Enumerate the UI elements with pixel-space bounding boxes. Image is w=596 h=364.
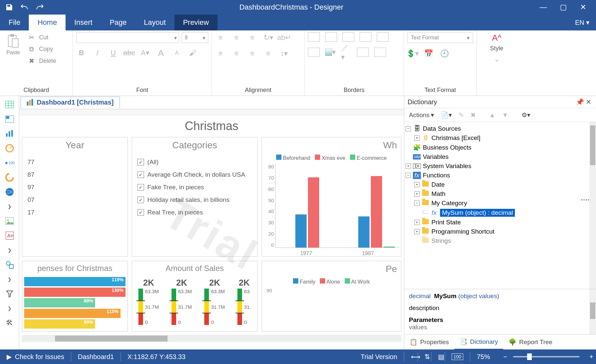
collapse-icon[interactable]: −: [406, 126, 411, 131]
rail-indicator-icon[interactable]: ★100: [3, 156, 16, 169]
font-size-dropdown[interactable]: 8▾: [182, 32, 208, 43]
move-up-button[interactable]: ▲: [487, 111, 497, 120]
year-row[interactable]: 87: [27, 168, 122, 181]
rail-shapes-icon[interactable]: [3, 258, 16, 271]
year-row[interactable]: 77: [27, 156, 122, 168]
align-center-button[interactable]: ≡: [231, 48, 242, 59]
style-icon[interactable]: Aᴬ: [491, 32, 502, 43]
border-preset2-button[interactable]: [374, 48, 386, 57]
move-down-button[interactable]: ▼: [500, 111, 510, 120]
collapse-icon[interactable]: −: [414, 201, 420, 206]
rail-expand-3[interactable]: ❯: [3, 273, 16, 286]
checkbox-icon[interactable]: ✓: [137, 171, 144, 178]
rail-progress-icon[interactable]: [3, 171, 16, 184]
category-row[interactable]: ✓Real Tree, in pieces: [137, 206, 252, 219]
border-outside-button[interactable]: [342, 32, 354, 42]
border-preset-button[interactable]: [357, 48, 369, 57]
shrink-font-button[interactable]: A: [172, 48, 182, 58]
fit-width-icon[interactable]: ⟷: [404, 349, 418, 364]
rail-expand-1[interactable]: ❯: [3, 200, 16, 213]
style-expand-button[interactable]: ⌄: [491, 54, 502, 65]
currency-button[interactable]: 💲▾: [407, 48, 418, 59]
zoom-in-button[interactable]: +: [583, 349, 596, 364]
menu-file[interactable]: File: [0, 15, 29, 30]
underline-button[interactable]: U: [108, 48, 119, 58]
close-button[interactable]: ✕: [578, 2, 588, 12]
align-left-button[interactable]: ≡: [215, 48, 226, 59]
zoom-slider[interactable]: [513, 356, 579, 357]
delete-button[interactable]: ✖Delete: [26, 56, 57, 66]
delete-item-button[interactable]: ✖: [469, 110, 478, 120]
grow-font-button[interactable]: A: [156, 48, 166, 58]
check-issues-button[interactable]: ▶Check for Issues: [0, 349, 71, 364]
border-none-button[interactable]: [325, 32, 337, 42]
line-spacing-button[interactable]: ↕▾: [279, 48, 289, 59]
year-card[interactable]: Year 7787970717: [22, 137, 128, 257]
status-dashboard[interactable]: Dashboard1: [71, 349, 121, 364]
fill-color-button[interactable]: [308, 48, 320, 57]
settings-dropdown[interactable]: ⚙▾: [520, 110, 532, 120]
paste-button[interactable]: Paste: [3, 32, 23, 57]
rail-image-icon[interactable]: [3, 214, 16, 228]
page-view-icon[interactable]: ▤: [431, 349, 445, 364]
wrap-text-button[interactable]: ab↵: [279, 32, 289, 43]
italic-button[interactable]: I: [92, 48, 103, 58]
menu-insert[interactable]: Insert: [66, 15, 101, 30]
zoom-out-button[interactable]: −: [497, 349, 510, 364]
align-right-button[interactable]: ≡: [247, 48, 258, 59]
year-row[interactable]: 07: [27, 194, 122, 206]
maximize-button[interactable]: ▢: [558, 2, 568, 12]
new-item-dropdown[interactable]: 📄▾: [439, 110, 454, 120]
tree-vscrollbar[interactable]: [589, 122, 596, 289]
tab-dictionary[interactable]: 📑Dictionary: [454, 335, 503, 349]
expand-icon[interactable]: +: [414, 229, 420, 234]
people-card[interactable]: Pe Family Alone At Work 90: [262, 261, 401, 332]
language-dropdown[interactable]: EN ▾: [569, 15, 596, 30]
cut-button[interactable]: ✂Cut: [26, 32, 57, 42]
rail-map-icon[interactable]: [3, 185, 16, 199]
align-bottom-button[interactable]: ≡: [247, 32, 258, 43]
font-family-dropdown[interactable]: ▾: [76, 32, 179, 43]
category-row[interactable]: ✓(All): [137, 156, 252, 168]
tab-report-tree[interactable]: 🌳Report Tree: [503, 335, 558, 349]
year-row[interactable]: 17: [27, 206, 122, 219]
font-color-button[interactable]: A▾: [140, 48, 150, 58]
rail-filter-icon[interactable]: [3, 287, 16, 300]
category-row[interactable]: ✓Holiday retail sales, in billions: [137, 194, 252, 206]
edit-button[interactable]: ✎: [457, 110, 466, 120]
checkbox-icon[interactable]: ✓: [137, 209, 144, 216]
panel-close-icon[interactable]: ✕: [584, 98, 593, 106]
amount-card[interactable]: Amount of Sales 2K63.3M31.7M02K63.3M31.7…: [132, 261, 258, 332]
tree-item-mysum[interactable]: MySum (object) : decimal: [440, 209, 515, 217]
canvas-hscrollbar[interactable]: [22, 335, 401, 342]
actions-dropdown[interactable]: Actions▾: [407, 110, 436, 120]
expand-icon[interactable]: +: [414, 135, 420, 141]
save-icon[interactable]: [5, 3, 14, 12]
expand-icon[interactable]: +: [414, 220, 420, 225]
align-middle-button[interactable]: ≡: [231, 32, 242, 43]
desc-vscrollbar[interactable]: [589, 289, 596, 334]
expenses-card[interactable]: penses for Christmas 119%130%89%115%89%: [22, 261, 128, 332]
border-style-dropdown[interactable]: ／▾: [341, 47, 352, 58]
rail-gauge-icon[interactable]: [3, 142, 16, 155]
rail-text-icon[interactable]: A≡: [3, 229, 16, 242]
menu-layout[interactable]: Layout: [135, 15, 174, 30]
menu-page[interactable]: Page: [101, 15, 135, 30]
shading-dropdown[interactable]: ▾: [325, 47, 336, 58]
rail-pivot-icon[interactable]: [3, 113, 16, 126]
date-button[interactable]: 🕘: [439, 48, 450, 59]
expand-icon[interactable]: +: [414, 182, 420, 187]
align-top-button[interactable]: ≡: [215, 32, 226, 43]
when-chart-card[interactable]: Wh Beforehand Xmas eve E-commerce 807060…: [262, 137, 401, 257]
strikethrough-button[interactable]: abc: [124, 48, 134, 58]
checkbox-icon[interactable]: ✓: [137, 197, 144, 203]
menu-preview[interactable]: Preview: [174, 15, 218, 30]
tab-properties[interactable]: 📋Properties: [404, 335, 454, 349]
categories-card[interactable]: Categories ✓(All)✓Average Gift Check, in…: [132, 137, 258, 257]
collapse-icon[interactable]: −: [406, 173, 411, 178]
text-format-dropdown[interactable]: Text Format▾: [407, 32, 473, 43]
dictionary-tree[interactable]: −🗄Data Sources +🛢Christmas [Excel] 🧩Busi…: [404, 122, 596, 289]
canvas-tab[interactable]: Dashboard1 [Christmas]: [21, 97, 120, 109]
checkbox-icon[interactable]: ✓: [137, 184, 144, 191]
category-row[interactable]: ✓Average Gift Check, in dollars USA: [137, 168, 252, 181]
